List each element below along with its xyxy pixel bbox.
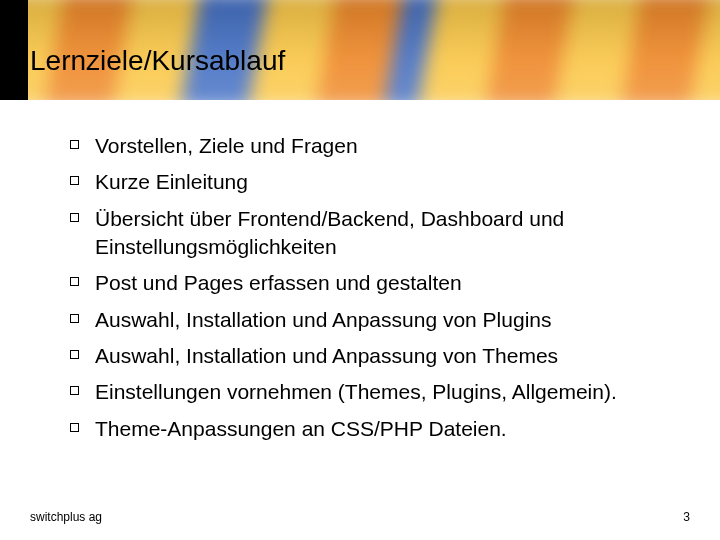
list-item: Kurze Einleitung xyxy=(70,168,676,196)
header-dark-strip xyxy=(0,0,28,100)
list-item: Auswahl, Installation und Anpassung von … xyxy=(70,306,676,334)
list-item-text: Theme-Anpassungen an CSS/PHP Dateien. xyxy=(95,415,507,443)
list-item-text: Post und Pages erfassen und gestalten xyxy=(95,269,462,297)
square-bullet-icon xyxy=(70,277,79,286)
footer-org: switchplus ag xyxy=(30,510,102,524)
list-item-text: Einstellungen vornehmen (Themes, Plugins… xyxy=(95,378,617,406)
list-item: Vorstellen, Ziele und Fragen xyxy=(70,132,676,160)
square-bullet-icon xyxy=(70,423,79,432)
list-item: Post und Pages erfassen und gestalten xyxy=(70,269,676,297)
slide-footer: switchplus ag 3 xyxy=(30,510,690,524)
square-bullet-icon xyxy=(70,386,79,395)
list-item-text: Auswahl, Installation und Anpassung von … xyxy=(95,342,558,370)
list-item-text: Auswahl, Installation und Anpassung von … xyxy=(95,306,551,334)
square-bullet-icon xyxy=(70,213,79,222)
slide-body: Vorstellen, Ziele und Fragen Kurze Einle… xyxy=(0,100,720,540)
footer-page-number: 3 xyxy=(683,510,690,524)
list-item: Einstellungen vornehmen (Themes, Plugins… xyxy=(70,378,676,406)
list-item-text: Vorstellen, Ziele und Fragen xyxy=(95,132,358,160)
list-item-text: Kurze Einleitung xyxy=(95,168,248,196)
square-bullet-icon xyxy=(70,176,79,185)
list-item: Theme-Anpassungen an CSS/PHP Dateien. xyxy=(70,415,676,443)
slide-title: Lernziele/Kursablauf xyxy=(30,45,285,77)
square-bullet-icon xyxy=(70,314,79,323)
list-item: Übersicht über Frontend/Backend, Dashboa… xyxy=(70,205,676,262)
square-bullet-icon xyxy=(70,140,79,149)
list-item: Auswahl, Installation und Anpassung von … xyxy=(70,342,676,370)
list-item-text: Übersicht über Frontend/Backend, Dashboa… xyxy=(95,205,676,262)
slide-header: Lernziele/Kursablauf xyxy=(0,0,720,100)
slide: Lernziele/Kursablauf Vorstellen, Ziele u… xyxy=(0,0,720,540)
square-bullet-icon xyxy=(70,350,79,359)
